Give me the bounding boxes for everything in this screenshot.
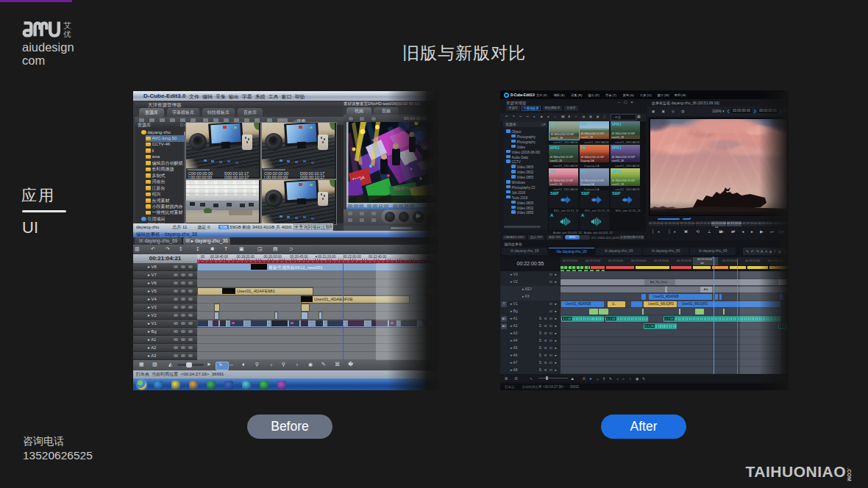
svg-text:无论情节目福利来: 无论情节目福利来: [394, 186, 423, 191]
